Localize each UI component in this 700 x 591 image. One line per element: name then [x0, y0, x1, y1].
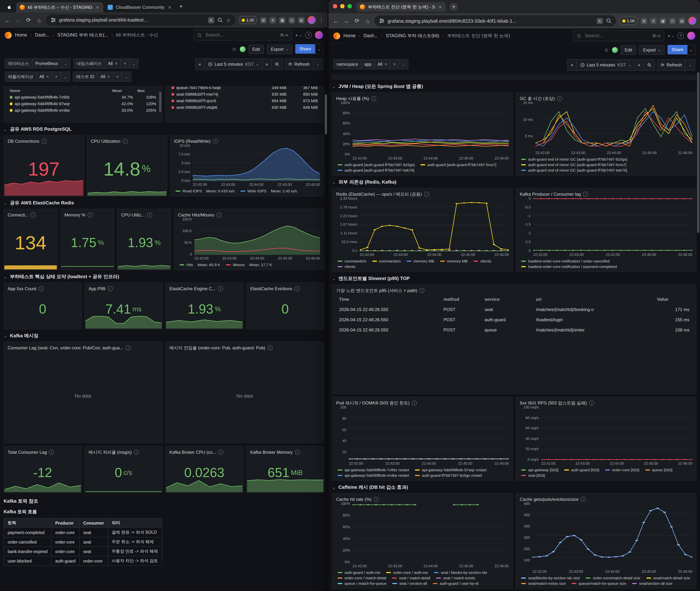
section-slowest[interactable]: ⌄엔드포인트별 Slowest (p95) TOP [332, 273, 696, 284]
table-row[interactable]: seat-59898cbf7f-v6qb6630 MiB648 MiB [169, 104, 320, 111]
maximize-window-icon[interactable] [347, 4, 352, 8]
info-icon[interactable]: i [589, 400, 594, 406]
legend-item[interactable]: clients [474, 259, 491, 263]
remove-value-icon[interactable]: × [384, 62, 387, 67]
forward-icon[interactable]: → [343, 18, 350, 24]
panel-cache-hit-rate[interactable]: Cache hit rate (%)i 100%80%60%40%20%0%22… [332, 493, 513, 589]
legend-item[interactable]: seat/section-all size [632, 581, 673, 586]
legend-item[interactable]: order-core / match-detail [338, 576, 386, 580]
legend-item[interactable]: auth-guard / auth-me [338, 570, 380, 575]
column-header[interactable]: Time [336, 294, 440, 305]
share-caret-icon[interactable]: ⌄ [315, 44, 323, 54]
panel-cache-hits-misses[interactable]: Cache Hits/Missesi 150 K100 K50 K022:42:… [174, 209, 324, 270]
panel-connections[interactable]: Connecti...i 134 [4, 209, 58, 270]
legend-item[interactable]: order-core [503] [605, 468, 639, 472]
info-icon[interactable]: i [108, 286, 113, 291]
legend-item[interactable]: queue / match-for-queue [338, 581, 387, 586]
share-caret-icon[interactable]: ⌄ [687, 45, 695, 55]
breadcrumb-home[interactable]: Home [343, 33, 356, 38]
panel-total-consumer-lag[interactable]: Total Consumer Lagi -12 [4, 446, 82, 493]
site-info-icon[interactable] [379, 18, 385, 24]
legend-item[interactable]: loadtest-order-core-notification / order… [521, 259, 610, 263]
edit-button[interactable]: Edit [249, 45, 264, 54]
filter-namespace[interactable]: namespace app All× × ⌄ [333, 59, 408, 69]
url-bar[interactable]: grafana.staging.playball.one/d/804c8223-… [374, 15, 616, 26]
chevron-down-icon[interactable]: ⌄ [61, 72, 70, 82]
panel-cpu-utilization[interactable]: CPU Utilizationi 14.8% [87, 135, 167, 196]
panel-kafka-lag[interactable]: Kafka Producer / Consumer lagi 0-0.5-1-1… [516, 188, 696, 272]
search-icon[interactable] [217, 17, 223, 23]
table-row[interactable]: api-gateway-5dd4f9fb4b-7v99z34.7%108% [8, 94, 158, 101]
scrollbar-thumb[interactable] [325, 94, 327, 134]
section-external-deps[interactable]: ⌄외부 의존성 (Redis, Kafka) [332, 177, 696, 187]
refresh-interval-caret[interactable]: ⌄ [685, 59, 695, 71]
chart-plot[interactable] [194, 219, 320, 255]
share-button[interactable]: Share [668, 45, 687, 54]
chart-plot[interactable] [353, 503, 509, 563]
help-icon[interactable]: ? [305, 32, 312, 38]
tab-close-icon[interactable]: × [95, 4, 99, 10]
legend-item[interactable]: auth-guard [auth-guard-ff7bb7497-fxns7] [420, 162, 496, 167]
filter-datasource[interactable]: 데이터소스 Prometheus ⌄ [5, 58, 70, 69]
info-icon[interactable]: i [295, 450, 300, 455]
export-button[interactable]: Export⌄ [639, 45, 664, 55]
info-icon[interactable]: i [49, 450, 54, 455]
site-info-icon[interactable] [50, 17, 56, 23]
table-cell[interactable]: /matches/{matchId}/enter [533, 325, 654, 335]
info-icon[interactable]: i [373, 497, 379, 502]
table-row[interactable]: seat-59898cbf7f-qnz4l654 MiB673 MiB [169, 97, 320, 104]
panel-evictions[interactable]: ElastiCache Evictionsi 0 [246, 282, 324, 329]
chart-plot[interactable] [349, 407, 509, 460]
refresh-button[interactable]: ⟳ Refresh [657, 59, 686, 71]
panel-cpu-table[interactable]: NameMeanMaxapi-gateway-5dd4f9fb4b-7v99z3… [4, 86, 162, 123]
column-header[interactable]: Max [135, 87, 158, 94]
info-icon[interactable]: i [557, 96, 562, 101]
assistant-icon[interactable] [239, 46, 246, 52]
section-kafka[interactable]: ⌄Kafka 메시징 [4, 331, 324, 341]
info-icon[interactable]: i [294, 286, 300, 291]
panel-broker-cpu[interactable]: Kafka Broker CPU (co...i 0.0263 [165, 446, 243, 493]
zoom-out-icon[interactable] [644, 59, 655, 71]
legend-item[interactable]: seat/match-exists size [521, 581, 566, 586]
legend-item[interactable]: auth-guard-ff7bb7497-8z5gs restart [415, 473, 482, 477]
section-elasticache[interactable]: ⌄공유 AWS ElastiCache Redis [4, 198, 324, 208]
pod-restart-chart[interactable]: 1008060402022:42:0022:43:0022:44:0022:45… [336, 407, 509, 465]
browser-tab-cloudbeaver[interactable]: CloudBeaver Community × [104, 2, 176, 12]
info-icon[interactable]: i [147, 212, 152, 217]
filter-namespace[interactable]: 네임스페이스 All× × ⌄ [73, 58, 139, 69]
kafka-lag-chart[interactable]: 0-0.5-1-1.5-2-2.5-322:42:0022:43:0022:44… [520, 198, 692, 257]
legend-item[interactable]: auth-guard end of minor GC [auth-guard-f… [521, 162, 626, 167]
info-icon[interactable]: i [268, 345, 273, 350]
time-range-picker[interactable]: Last 5 minutesKST⌄ [204, 58, 262, 70]
table-row[interactable]: api-gateway-5dd4f9fb4b-vrn8w33.0%105% [8, 107, 158, 114]
info-icon[interactable]: i [134, 450, 139, 455]
search-input[interactable] [205, 32, 277, 38]
grafana-profile-avatar[interactable] [687, 32, 695, 40]
forward-icon[interactable]: → [14, 17, 21, 23]
home-icon[interactable]: ⌂ [36, 17, 43, 23]
panel-heap-usage[interactable]: Heap 사용률 (%)i 100%80%60%40%20%0%22:42:00… [332, 92, 513, 176]
remove-value-icon[interactable]: × [115, 61, 117, 66]
reload-icon[interactable]: ⟳ [25, 17, 32, 23]
table-row[interactable]: 2026-04-15 22:46:26.550POSTseat/matches/… [336, 305, 692, 315]
legend-item[interactable]: Write IOPSMean: 2.45 io/s [240, 189, 297, 193]
scrollbar-thumb[interactable] [697, 72, 699, 233]
breadcrumb-dashboards[interactable]: Dash... [363, 33, 378, 38]
tab-close-icon[interactable]: × [167, 4, 172, 10]
time-shift-back-icon[interactable]: « [567, 59, 577, 71]
info-icon[interactable]: i [39, 286, 44, 291]
chevron-down-icon[interactable]: ⌄ [399, 59, 408, 69]
info-icon[interactable]: i [371, 96, 376, 101]
favorite-star-icon[interactable]: ☆ [232, 46, 237, 53]
legend-item[interactable]: auth-guard end of minor GC [auth-guard-f… [521, 168, 627, 172]
legend-item[interactable]: seat [503] [521, 473, 545, 477]
info-icon[interactable]: i [412, 400, 417, 406]
apple-menu-icon[interactable] [3, 4, 15, 10]
minimize-window-icon[interactable] [340, 4, 345, 8]
info-icon[interactable]: i [583, 192, 588, 197]
table-row[interactable]: 2026-04-15 22:46:26.550POSTauth-guard/lo… [336, 315, 692, 325]
tab-grid-icon[interactable]: ⊞ [260, 17, 266, 23]
chevron-down-icon[interactable]: ⌄ [122, 72, 131, 82]
info-icon[interactable]: i [123, 139, 128, 144]
dictionary-icon[interactable]: A [650, 18, 656, 24]
